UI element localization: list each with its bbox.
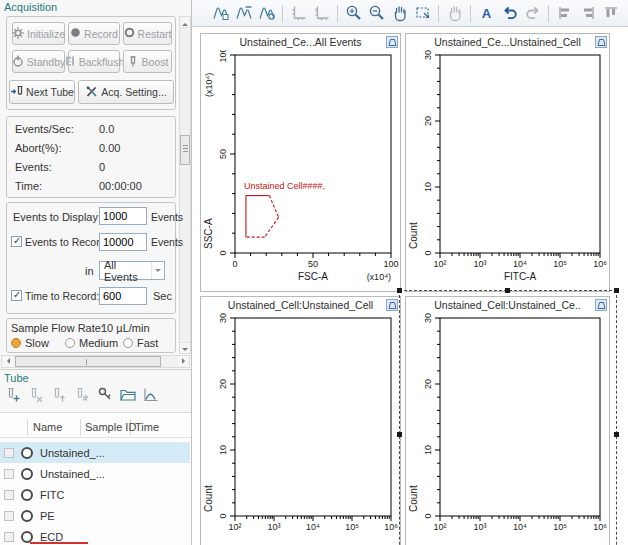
align-left-icon[interactable]	[554, 3, 575, 24]
new-dotplot-icon[interactable]	[210, 3, 231, 24]
flow-medium-radio[interactable]: Medium	[65, 337, 118, 349]
svg-text:10²: 10²	[433, 259, 446, 269]
row-checkbox[interactable]	[4, 448, 14, 458]
radio-dot-icon	[11, 338, 21, 348]
svg-text:10⁴: 10⁴	[513, 522, 527, 532]
gate-select-dropdown[interactable]: All Events	[99, 261, 165, 280]
events-to-record-checkbox[interactable]	[11, 236, 22, 247]
toolbar-separator	[548, 5, 549, 22]
align-top-icon[interactable]	[600, 3, 621, 24]
open-folder-icon[interactable]	[118, 385, 138, 405]
pan-icon[interactable]	[389, 3, 410, 24]
scroll-down-arrow-icon[interactable]	[180, 342, 190, 353]
boost-button[interactable]: Boost	[123, 50, 172, 73]
new-histogram-icon[interactable]	[256, 3, 277, 24]
set-current-tube-icon[interactable]	[95, 385, 115, 405]
standby-button[interactable]: Standby	[12, 50, 65, 73]
zoom-in-icon[interactable]	[343, 3, 364, 24]
plot-header: Unstained_Cell:Unstained_Ce..	[406, 297, 609, 313]
axis-linear-icon[interactable]	[288, 3, 309, 24]
record-button[interactable]: Record	[68, 22, 120, 45]
acq-setting-icon	[85, 85, 98, 100]
new-density-icon[interactable]	[233, 3, 254, 24]
abort-label: Abort(%):	[15, 142, 61, 154]
resize-handle[interactable]	[614, 288, 619, 293]
events-to-display-input[interactable]	[99, 207, 147, 225]
restart-icon	[124, 27, 135, 40]
align-right-icon[interactable]	[577, 3, 598, 24]
row-checkbox[interactable]	[4, 511, 14, 521]
zoom-out-icon[interactable]	[366, 3, 387, 24]
plot-panel-fitc-hist[interactable]: Unstained_Ce...Unstained_Cell 010203010²…	[405, 33, 610, 292]
plot-menu-icon[interactable]	[386, 299, 398, 311]
events-per-sec-label: Events/Sec:	[15, 123, 74, 135]
redo-icon[interactable]	[522, 3, 543, 24]
histogram-plot-canvas[interactable]: 010203010²10³10⁴10⁵10⁶Count	[201, 313, 400, 545]
column-name[interactable]: Name	[33, 421, 62, 433]
tube-row[interactable]: FITC	[0, 484, 190, 505]
tube-row[interactable]: Unstained_...	[0, 463, 190, 484]
plot-title: Unstained_Ce...All Events	[240, 36, 362, 48]
svg-text:100: 100	[383, 259, 398, 269]
radio-dot-icon	[65, 338, 75, 348]
acquisition-stats-group: Events/Sec: 0.0 Abort(%): 0.00 Events: 0…	[6, 116, 176, 198]
svg-text:100: 100	[218, 50, 228, 63]
plot-panel-hist-3[interactable]: Unstained_Cell:Unstained_Cell 010203010²…	[200, 296, 401, 545]
row-checkbox[interactable]	[4, 469, 14, 479]
delete-all-tubes-icon[interactable]	[72, 385, 92, 405]
svg-text:10³: 10³	[267, 522, 280, 532]
resize-handle[interactable]	[614, 432, 619, 437]
tube-row[interactable]: Unstained_...	[0, 442, 190, 463]
duplicate-tube-icon[interactable]	[49, 385, 69, 405]
column-sample-id[interactable]: Sample ID	[85, 421, 136, 433]
tube-row[interactable]: ECD	[0, 526, 190, 545]
text-tool[interactable]: A	[476, 3, 497, 24]
flow-fast-radio[interactable]: Fast	[123, 337, 158, 349]
move-gate-icon[interactable]	[444, 3, 465, 24]
restart-button[interactable]: Restart	[123, 22, 172, 45]
svg-text:SSC-A: SSC-A	[203, 218, 214, 249]
row-checkbox[interactable]	[4, 532, 14, 542]
delete-tube-icon[interactable]	[26, 385, 46, 405]
backflush-button[interactable]: Backflush	[68, 50, 120, 73]
plot-menu-icon[interactable]	[595, 299, 607, 311]
time-to-record-input[interactable]	[99, 287, 147, 305]
plot-panel-fsc-ssc[interactable]: Unstained_Ce...All Events 050100050100FS…	[200, 33, 401, 292]
column-time[interactable]: Time	[135, 421, 159, 433]
tube-chart-icon[interactable]	[141, 385, 161, 405]
tube-table-header: Name Sample ID Time	[0, 418, 191, 438]
acq-setting-button[interactable]: Acq. Setting...	[78, 80, 174, 104]
plot-panel-hist-4[interactable]: Unstained_Cell:Unstained_Ce.. 010203010²…	[405, 296, 610, 545]
next-tube-button[interactable]: Next Tube	[9, 80, 75, 104]
events-to-record-unit: Events	[151, 236, 183, 248]
plot-menu-icon[interactable]	[386, 36, 398, 48]
align-bottom-icon[interactable]	[623, 3, 628, 24]
flow-slow-radio[interactable]: Slow	[11, 337, 49, 349]
svg-text:10³: 10³	[473, 522, 486, 532]
tube-row[interactable]: PE	[0, 505, 190, 526]
histogram-plot-canvas[interactable]: 010203010²10³10⁴10⁵10⁶FITC-ACount	[406, 50, 609, 291]
scroll-left-arrow-icon[interactable]	[2, 356, 13, 367]
undo-icon[interactable]	[499, 3, 520, 24]
select-region-icon[interactable]	[412, 3, 433, 24]
scroll-up-arrow-icon[interactable]	[180, 17, 190, 28]
time-to-record-checkbox[interactable]	[11, 290, 22, 301]
initialize-button[interactable]: Initialize	[12, 22, 65, 45]
acquisition-horizontal-scrollbar[interactable]	[1, 355, 190, 368]
svg-text:20: 20	[423, 116, 433, 126]
acquisition-vertical-scrollbar[interactable]	[179, 16, 191, 354]
scroll-right-arrow-icon[interactable]	[178, 356, 189, 367]
vertical-scroll-thumb[interactable]	[180, 135, 190, 165]
events-label: Events:	[15, 161, 52, 173]
row-checkbox[interactable]	[4, 490, 14, 500]
scatter-plot-canvas[interactable]: 050100050100FSC-A(x10⁴)SSC-A(x10⁴)Unstai…	[201, 50, 400, 291]
axis-log-icon[interactable]	[311, 3, 332, 24]
flow-rate-label: Sample Flow Rate:	[11, 322, 104, 334]
events-to-record-input[interactable]	[99, 233, 147, 251]
histogram-plot-canvas[interactable]: 010203010²10³10⁴10⁵10⁶Count	[406, 313, 609, 545]
add-tube-icon[interactable]	[3, 385, 23, 405]
time-to-record-label: Time to Record:	[25, 290, 99, 302]
svg-text:0: 0	[218, 513, 228, 518]
horizontal-scroll-thumb[interactable]	[15, 356, 161, 367]
plot-menu-icon[interactable]	[595, 36, 607, 48]
